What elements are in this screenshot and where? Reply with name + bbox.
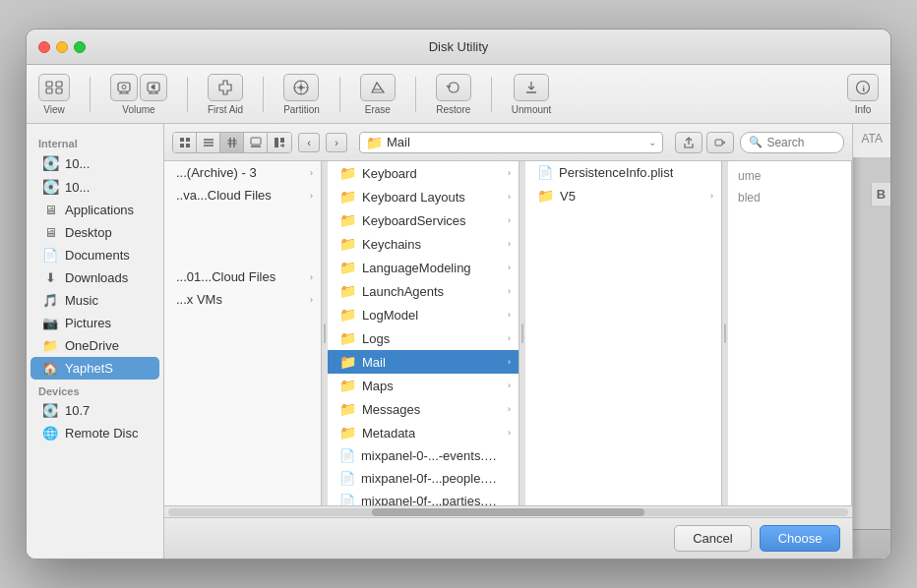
- info-button[interactable]: i Info: [847, 74, 879, 115]
- sidebar-item-documents[interactable]: 📄 Documents: [31, 244, 159, 266]
- close-button[interactable]: [38, 41, 50, 53]
- list-item-empty2: [164, 226, 321, 246]
- svg-rect-23: [251, 138, 261, 145]
- svg-rect-4: [118, 83, 130, 91]
- list-item[interactable]: ...(Archive) - 3 ›: [164, 161, 321, 184]
- applications-label: Applications: [65, 203, 134, 217]
- list-item[interactable]: 📄 mixpanel-0f-...people.plist: [328, 467, 519, 490]
- search-input[interactable]: [766, 136, 835, 149]
- panel-toolbar: ‹ › 📁 Mail ⌄: [164, 124, 852, 161]
- scrollbar-thumb[interactable]: [372, 508, 644, 516]
- list-item[interactable]: 📄 mixpanel-0-...-events.plist: [328, 444, 519, 467]
- list-item[interactable]: 📁 LaunchAgents ›: [328, 279, 519, 303]
- svg-rect-25: [275, 138, 278, 147]
- svg-rect-12: [180, 138, 184, 142]
- unmount-button[interactable]: Unmount: [512, 74, 552, 115]
- yaphets-icon: 🏠: [42, 361, 58, 376]
- panel-view-gallery-btn[interactable]: [244, 133, 268, 152]
- applications-icon: 🖥: [42, 203, 58, 217]
- list-item[interactable]: 📁 Keyboard ›: [328, 161, 519, 185]
- partition-label: Partition: [283, 104, 320, 115]
- svg-point-5: [122, 85, 126, 88]
- svg-rect-13: [186, 138, 190, 142]
- sidebar-item-applications[interactable]: 🖥 Applications: [31, 199, 159, 221]
- panel-scrollbar[interactable]: [164, 505, 852, 517]
- panel-share-btn[interactable]: [675, 132, 703, 153]
- list-item-v5[interactable]: 📁 V5 ›: [525, 184, 721, 207]
- view-button[interactable]: View: [38, 74, 70, 115]
- panel-footer: Cancel Choose: [164, 517, 852, 559]
- list-item[interactable]: ...01...Cloud Files ›: [164, 265, 321, 288]
- panel-forward-btn[interactable]: ›: [326, 133, 347, 152]
- folder-icon: 📁: [339, 236, 356, 252]
- sidebar-item-downloads[interactable]: ⬇ Downloads: [31, 266, 159, 289]
- panel-search[interactable]: 🔍: [740, 132, 844, 153]
- panel-view-icon-btn[interactable]: [173, 133, 197, 152]
- list-item[interactable]: ...x VMs ›: [164, 288, 321, 311]
- list-item[interactable]: 📁 LanguageModeling ›: [328, 256, 519, 279]
- scrollbar-track[interactable]: [168, 508, 848, 516]
- info-icon: i: [847, 74, 879, 101]
- list-item[interactable]: 📁 Keychains ›: [328, 232, 519, 256]
- list-item[interactable]: 📄 mixpanel-0f-...parties.plist: [328, 490, 519, 505]
- onedrive-label: OneDrive: [65, 338, 119, 353]
- volume-label: Volume: [122, 104, 154, 115]
- list-item[interactable]: 📁 Keyboard Layouts ›: [328, 185, 519, 208]
- list-item[interactable]: 📁 Logs ›: [328, 326, 519, 350]
- sidebar-item-pictures[interactable]: 📷 Pictures: [31, 312, 159, 334]
- list-item[interactable]: 📁 Metadata ›: [328, 421, 519, 444]
- content-pane: ‹ › 📁 Mail ⌄: [164, 124, 890, 559]
- list-item[interactable]: 📁 Messages ›: [328, 397, 519, 421]
- sidebar-item-107[interactable]: 💽 10.7: [31, 399, 159, 422]
- toolbar: View Vo: [27, 65, 890, 124]
- minimize-button[interactable]: [56, 41, 68, 53]
- sidebar-item-disk1[interactable]: 💽 10...: [31, 151, 159, 175]
- list-item-empty3: [164, 246, 321, 265]
- volume-button[interactable]: Volume: [110, 74, 167, 115]
- panel-back-btn[interactable]: ‹: [298, 133, 320, 152]
- folder-icon: 📁: [366, 135, 383, 150]
- first-aid-button[interactable]: First Aid: [208, 74, 243, 115]
- sidebar-item-yaphets[interactable]: 🏠 YaphetS: [31, 357, 159, 380]
- location-arrow: ⌄: [648, 137, 656, 147]
- erase-label: Erase: [365, 104, 391, 115]
- maximize-button[interactable]: [74, 41, 86, 53]
- panel-view-more-btn[interactable]: [268, 133, 291, 152]
- sidebar-item-music[interactable]: 🎵 Music: [31, 289, 159, 312]
- list-item[interactable]: 📁 KeyboardServices ›: [328, 208, 519, 232]
- detail-label-bled: bled: [732, 187, 847, 208]
- panel-view-list-btn[interactable]: [197, 133, 220, 152]
- panel-tag-btn[interactable]: [706, 132, 734, 153]
- svg-text:i: i: [863, 84, 866, 93]
- desktop-label: Desktop: [65, 225, 112, 240]
- folder-icon: 📁: [339, 425, 356, 441]
- list-item[interactable]: ..va...Cloud Files ›: [164, 184, 321, 206]
- cancel-button[interactable]: Cancel: [674, 525, 751, 552]
- titlebar: Disk Utility: [27, 29, 890, 65]
- erase-button[interactable]: Erase: [360, 74, 396, 115]
- column-4: ume bled B: [728, 161, 852, 505]
- list-item[interactable]: 📄 PersistenceInfo.plist: [525, 161, 721, 184]
- panel-view-buttons: [172, 132, 292, 153]
- pictures-icon: 📷: [42, 316, 58, 330]
- sidebar-item-desktop[interactable]: 🖥 Desktop: [31, 221, 159, 244]
- remote-icon: 🌐: [42, 426, 58, 441]
- open-panel-overlay: ‹ › 📁 Mail ⌄: [164, 124, 890, 559]
- file-icon: 📄: [339, 471, 355, 486]
- folder-icon: 📁: [339, 283, 356, 299]
- partition-button[interactable]: Partition: [283, 74, 320, 115]
- panel-view-column-btn[interactable]: [220, 133, 244, 152]
- choose-button[interactable]: Choose: [760, 525, 841, 552]
- list-item[interactable]: 📁 Maps ›: [328, 374, 519, 397]
- erase-icon: [360, 74, 396, 101]
- restore-button[interactable]: Restore: [436, 74, 471, 115]
- sidebar: Internal 💽 10... 💽 10... 🖥 Applications …: [27, 124, 164, 559]
- list-item-mail[interactable]: 📁 Mail ›: [328, 350, 519, 374]
- svg-rect-3: [56, 88, 62, 93]
- list-item[interactable]: 📁 LogModel ›: [328, 303, 519, 326]
- sidebar-item-onedrive[interactable]: 📁 OneDrive: [31, 334, 159, 357]
- sidebar-item-remote[interactable]: 🌐 Remote Disc: [31, 422, 159, 444]
- panel-location-bar[interactable]: 📁 Mail ⌄: [359, 132, 663, 153]
- documents-label: Documents: [65, 248, 130, 263]
- sidebar-item-disk2[interactable]: 💽 10...: [31, 175, 159, 199]
